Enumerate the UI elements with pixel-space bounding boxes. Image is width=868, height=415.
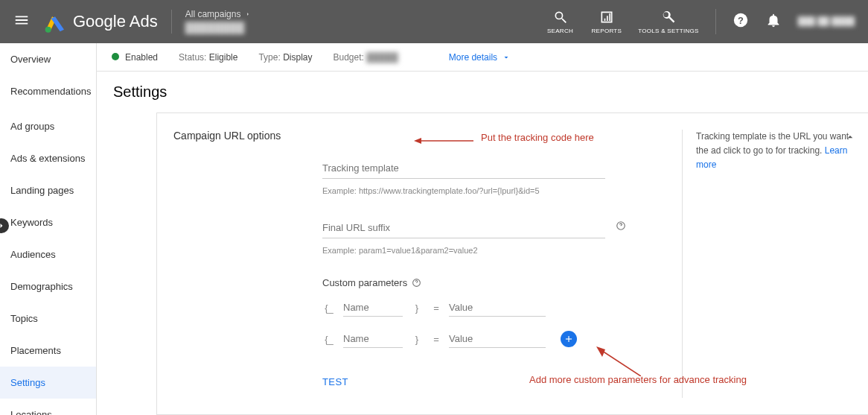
equals-sign: = <box>431 302 441 314</box>
sidebar-item-settings[interactable]: Settings <box>0 367 96 399</box>
section-title: Campaign URL options <box>173 130 682 142</box>
chevron-up-icon <box>844 131 856 143</box>
help-icon: ? <box>733 12 749 28</box>
chevron-right-icon <box>0 221 6 230</box>
final-url-suffix-example: Example: param1=value1&param2=value2 <box>322 246 605 255</box>
help-icon[interactable] <box>616 221 626 234</box>
status-label: Status: <box>179 52 206 63</box>
tools-settings-tool[interactable]: TOOLS & SETTINGS <box>638 10 699 34</box>
equals-sign: = <box>431 334 441 345</box>
notifications-button[interactable] <box>765 12 782 31</box>
final-url-suffix-input[interactable] <box>322 222 605 233</box>
breadcrumb-top: All campaigns <box>185 8 241 21</box>
more-details-toggle[interactable]: More details <box>449 52 511 63</box>
sidebar-item-recommendations[interactable]: Recommendations <box>0 75 96 107</box>
chevron-right-icon <box>245 11 251 17</box>
custom-param-row: {_ } = <box>322 330 605 348</box>
search-tool[interactable]: SEARCH <box>546 10 575 34</box>
account-info[interactable]: ███ ██ ████ <box>798 16 855 27</box>
custom-param-row: {_ } = <box>322 299 605 317</box>
search-icon <box>553 10 568 25</box>
sidebar-item-ad-groups[interactable]: Ad groups <box>0 107 96 142</box>
sidebar-item-audiences[interactable]: Audiences <box>0 238 96 270</box>
sidebar-item-locations[interactable]: Locations <box>0 399 96 415</box>
brace-open: {_ <box>322 302 336 314</box>
svg-text:?: ? <box>738 15 744 26</box>
sidebar-item-landing-pages[interactable]: Landing pages <box>0 174 96 206</box>
left-nav: Overview Recommendations Ad groups Ads &… <box>0 43 97 415</box>
tracking-template-example: Example: https://www.trackingtemplate.fo… <box>322 186 605 195</box>
breadcrumb[interactable]: All campaigns ████████ <box>185 8 252 35</box>
chevron-down-icon <box>502 53 511 62</box>
sidebar-item-overview[interactable]: Overview <box>0 43 96 75</box>
custom-parameters-label: Custom parameters <box>322 277 605 288</box>
type-label: Type: <box>258 52 280 63</box>
tracking-template-input[interactable] <box>322 162 605 174</box>
sidebar-item-demographics[interactable]: Demographics <box>0 270 96 302</box>
help-button[interactable]: ? <box>733 12 749 31</box>
param-value-input[interactable] <box>449 302 574 313</box>
sidebar-item-keywords[interactable]: Keywords <box>0 206 96 238</box>
svg-point-0 <box>45 27 51 33</box>
product-logo: Google Ads <box>43 10 158 34</box>
status-value: Eligible <box>209 52 238 63</box>
test-button[interactable]: TEST <box>322 376 348 387</box>
sidebar-item-topics[interactable]: Topics <box>0 302 96 335</box>
question-circle-icon <box>616 221 626 231</box>
hamburger-icon[interactable] <box>13 12 30 31</box>
google-ads-logo-icon <box>43 10 67 34</box>
collapse-button[interactable] <box>844 131 856 148</box>
reports-tool[interactable]: REPORTS <box>592 10 622 34</box>
sidebar-item-ads-extensions[interactable]: Ads & extensions <box>0 142 96 174</box>
wrench-icon <box>661 10 676 25</box>
brace-close: } <box>410 302 424 314</box>
budget-label: Budget: <box>334 52 364 63</box>
plus-icon <box>564 334 574 344</box>
budget-value: █████ <box>366 52 398 63</box>
campaign-status-bar: Enabled Status: Eligible Type: Display B… <box>97 43 868 72</box>
type-value: Display <box>283 52 312 63</box>
page-title: Settings <box>97 72 868 113</box>
question-circle-icon[interactable] <box>412 278 421 288</box>
brace-open: {_ <box>322 334 336 345</box>
campaign-state[interactable]: Enabled <box>112 52 158 63</box>
add-parameter-button[interactable] <box>561 331 577 347</box>
header-divider <box>715 9 716 34</box>
status-dot-icon <box>112 53 119 60</box>
sidebar-item-placements[interactable]: Placements <box>0 335 96 367</box>
bell-icon <box>765 12 782 28</box>
product-name: Google Ads <box>73 12 158 31</box>
breadcrumb-bottom: ████████ <box>185 21 252 36</box>
brace-close: } <box>410 334 424 345</box>
header-divider <box>171 10 172 34</box>
param-value-input[interactable] <box>449 333 574 344</box>
help-panel: Tracking template is the URL you want th… <box>682 130 868 398</box>
reports-icon <box>599 10 614 25</box>
